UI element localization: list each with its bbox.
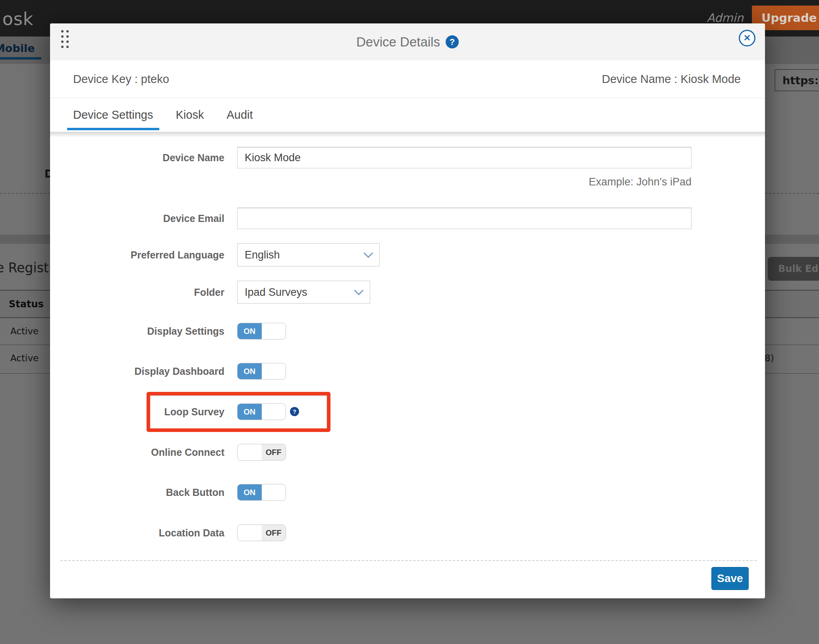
close-icon[interactable]: ✕ — [739, 30, 755, 46]
toggle-knob — [262, 323, 286, 339]
preferred-language-label: Preferred Language — [50, 249, 224, 261]
location-data-row: Location Data OFF — [50, 524, 765, 541]
device-name-text: Device Name : Kiosk Mode — [602, 73, 741, 86]
tab-audit[interactable]: Audit — [226, 98, 253, 132]
chevron-down-icon — [354, 286, 363, 295]
toggle-state: ON — [238, 404, 262, 420]
device-name-helper: Example: John's iPad — [50, 176, 692, 188]
back-button-row: Back Button ON — [50, 484, 765, 501]
footer-divider — [60, 560, 757, 561]
chevron-down-icon — [363, 249, 373, 258]
preferred-language-value: English — [245, 249, 280, 261]
help-icon[interactable]: ? — [446, 35, 459, 48]
online-connect-label: Online Connect — [50, 447, 224, 458]
folder-select[interactable]: Ipad Surveys — [237, 281, 370, 304]
preferred-language-select[interactable]: English — [237, 243, 380, 266]
modal-header: Device Details ? ✕ — [50, 23, 765, 60]
modal-subheader: Device Key : pteko Device Name : Kiosk M… — [50, 60, 765, 98]
save-button[interactable]: Save — [711, 567, 749, 590]
loop-survey-help-icon[interactable]: ? — [290, 407, 299, 416]
loop-survey-toggle[interactable]: ON — [237, 403, 286, 420]
loop-survey-label: Loop Survey — [50, 406, 224, 418]
toggle-state: OFF — [262, 444, 286, 460]
drag-handle-icon[interactable] — [61, 30, 69, 48]
toggle-state: ON — [238, 484, 262, 500]
toggle-knob — [262, 404, 286, 420]
toggle-knob — [262, 484, 286, 500]
folder-label: Folder — [50, 287, 224, 298]
display-settings-row: Display Settings ON — [50, 323, 765, 339]
device-details-modal: Device Details ? ✕ Device Key : pteko De… — [50, 23, 765, 598]
modal-title: Device Details — [356, 35, 440, 50]
device-name-row: Device Name — [50, 147, 765, 168]
device-name-input[interactable] — [237, 147, 692, 168]
preferred-language-row: Preferred Language English — [50, 243, 765, 266]
device-email-input[interactable] — [237, 208, 692, 229]
display-dashboard-label: Display Dashboard — [50, 366, 224, 377]
toggle-knob — [238, 444, 262, 460]
toggle-state: ON — [238, 323, 262, 339]
loop-survey-row: Loop Survey ON — [50, 403, 765, 420]
device-email-row: Device Email — [50, 208, 765, 229]
toggle-state: OFF — [262, 525, 286, 541]
display-dashboard-row: Display Dashboard ON — [50, 363, 765, 380]
folder-value: Ipad Surveys — [245, 286, 307, 299]
location-data-toggle[interactable]: OFF — [237, 524, 286, 541]
tab-device-settings[interactable]: Device Settings — [73, 98, 153, 132]
online-connect-toggle[interactable]: OFF — [237, 444, 286, 461]
device-email-label: Device Email — [50, 213, 224, 224]
display-settings-label: Display Settings — [50, 326, 224, 337]
back-button-label: Back Button — [50, 487, 224, 498]
display-settings-toggle[interactable]: ON — [237, 323, 286, 339]
toggle-knob — [262, 363, 286, 379]
online-connect-row: Online Connect OFF — [50, 444, 765, 461]
back-button-toggle[interactable]: ON — [237, 484, 286, 501]
tab-kiosk[interactable]: Kiosk — [176, 98, 204, 132]
admin-menu[interactable]: Admin — [707, 11, 744, 25]
location-data-label: Location Data — [50, 527, 224, 539]
app-logo: osk — [2, 9, 33, 29]
toggle-state: ON — [238, 363, 262, 379]
device-name-label: Device Name — [50, 152, 224, 164]
folder-row: Folder Ipad Surveys — [50, 281, 765, 304]
device-key-text: Device Key : pteko — [73, 73, 169, 86]
modal-tab-bar: Device Settings Kiosk Audit — [50, 98, 765, 132]
display-dashboard-toggle[interactable]: ON — [237, 363, 286, 380]
toggle-knob — [238, 525, 262, 541]
tab-bar-shadow — [50, 132, 765, 137]
page-root: osk Admin Upgrade Now Mobile D e Registr… — [0, 0, 819, 644]
